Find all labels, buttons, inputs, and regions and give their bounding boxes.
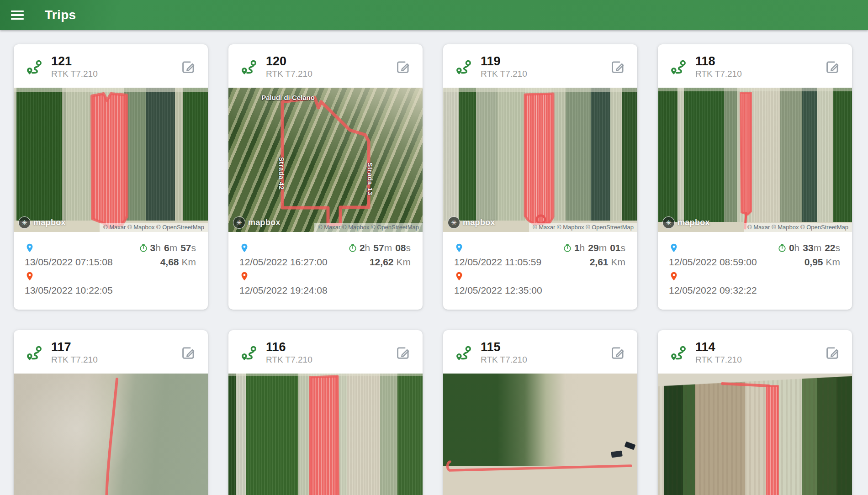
edit-trip-button[interactable] (394, 58, 412, 76)
trip-number: 121 (51, 55, 98, 68)
stopwatch-icon (562, 243, 572, 253)
trip-device: RTK T7.210 (481, 69, 527, 79)
edit-trip-button[interactable] (609, 58, 626, 76)
map-attribution[interactable]: © Maxar © Mapbox © OpenStreetMap (100, 223, 208, 232)
trip-duration: 3h 6m 57s (138, 241, 196, 255)
route-icon (239, 343, 259, 363)
mapbox-globe-icon: ✳ (448, 216, 460, 229)
trip-distance: 12,62Km (348, 255, 411, 269)
trip-card[interactable]: 117 RTK T7.210 ✳ mapbox © Maxar © Mapbox… (14, 330, 208, 495)
edit-trip-button[interactable] (609, 344, 626, 362)
edit-trip-button[interactable] (824, 58, 841, 76)
edit-trip-button[interactable] (180, 58, 197, 76)
trip-card[interactable]: 120 RTK T7.210 Paludi di Celano Strada 4… (228, 44, 423, 310)
trip-map-thumbnail: Paludi di Celano Strada 42 Strada 13 ✳ m… (228, 88, 423, 232)
edit-icon (824, 344, 841, 362)
trip-number: 119 (481, 55, 527, 68)
route-trace (14, 374, 208, 495)
edit-trip-button[interactable] (394, 344, 412, 362)
trip-duration: 2h 57m 08s (348, 241, 411, 255)
trip-distance: 4,68Km (138, 255, 196, 269)
trip-number: 118 (695, 55, 742, 68)
mapbox-logo[interactable]: ✳ mapbox (233, 216, 281, 229)
trip-stats: 13/05/2022 07:15:08 13/05/2022 10:22:05 … (14, 232, 208, 310)
route-trace (443, 374, 637, 495)
trip-card[interactable]: 115 RTK T7.210 ✳ mapbox © Maxar © Mapbox… (443, 330, 637, 495)
stopwatch-icon (348, 243, 358, 253)
trip-card[interactable]: 121 RTK T7.210 ✳ mapbox © Maxar © Mapbox… (14, 44, 208, 310)
trip-map-thumbnail: ✳ mapbox © Maxar © Mapbox © OpenStreetMa… (443, 88, 637, 232)
trip-number: 115 (481, 341, 527, 353)
route-trace (14, 88, 208, 232)
edit-icon (394, 58, 412, 76)
edit-icon (180, 58, 197, 76)
trip-stats: 12/05/2022 08:59:00 12/05/2022 09:32:22 … (658, 232, 852, 310)
hamburger-menu-icon[interactable] (8, 6, 26, 24)
end-pin-icon (239, 271, 249, 281)
route-trace (443, 88, 637, 232)
trip-map-thumbnail: ✳ mapbox © Maxar © Mapbox © OpenStreetMa… (443, 374, 637, 495)
trip-card-header: 121 RTK T7.210 (14, 44, 208, 88)
trip-duration: 1h 29m 01s (562, 241, 625, 255)
start-pin-icon (239, 243, 249, 253)
trip-card-header: 118 RTK T7.210 (658, 44, 852, 88)
map-attribution[interactable]: © Maxar © Mapbox © OpenStreetMap (744, 223, 852, 232)
route-trace (228, 88, 423, 232)
trip-card-header: 120 RTK T7.210 (228, 44, 423, 88)
trip-card[interactable]: 118 RTK T7.210 ✳ mapbox © Maxar © Mapbox… (658, 44, 852, 310)
edit-icon (824, 58, 841, 76)
start-datetime: 12/05/2022 11:05:59 (454, 255, 562, 269)
trip-card[interactable]: 119 RTK T7.210 ✳ mapbox © Maxar © Mapbox… (443, 44, 637, 310)
end-pin-icon (25, 271, 35, 281)
mapbox-logo[interactable]: ✳ mapbox (448, 216, 495, 229)
map-attribution[interactable]: © Maxar © Mapbox © OpenStreetMap (314, 223, 423, 232)
route-icon (454, 58, 473, 77)
route-trace (228, 374, 423, 495)
trip-map-thumbnail: ✳ mapbox © Maxar © Mapbox © OpenStreetMa… (14, 88, 208, 232)
edit-icon (180, 344, 197, 362)
mapbox-logo[interactable]: ✳ mapbox (662, 216, 710, 229)
end-datetime: 13/05/2022 10:22:05 (25, 283, 138, 298)
end-pin-icon (669, 271, 679, 281)
trip-device: RTK T7.210 (51, 355, 98, 365)
map-place-label: Paludi di Celano (261, 94, 315, 101)
edit-trip-button[interactable] (180, 344, 197, 362)
route-icon (669, 58, 688, 77)
map-attribution[interactable]: © Maxar © Mapbox © OpenStreetMap (529, 223, 637, 232)
trip-distance: 2,61Km (562, 255, 625, 269)
trip-stats: 12/05/2022 16:27:00 12/05/2022 19:24:08 … (228, 232, 423, 310)
start-datetime: 12/05/2022 08:59:00 (669, 255, 777, 269)
trip-card-header: 117 RTK T7.210 (14, 330, 208, 374)
trip-number: 117 (51, 341, 98, 353)
mapbox-globe-icon: ✳ (662, 216, 675, 229)
trip-map-thumbnail: ✳ mapbox © Maxar © Mapbox © OpenStreetMa… (228, 374, 423, 495)
route-icon (25, 343, 44, 363)
end-datetime: 12/05/2022 19:24:08 (239, 283, 348, 298)
trip-card[interactable]: 114 RTK T7.210 ✳ mapbox © Maxar © Mapbox… (658, 330, 852, 495)
trip-map-thumbnail: ✳ mapbox © Maxar © Mapbox © OpenStreetMa… (658, 374, 852, 495)
trip-device: RTK T7.210 (695, 355, 742, 365)
mapbox-globe-icon: ✳ (233, 216, 245, 229)
mapbox-globe-icon: ✳ (18, 216, 31, 229)
app-bar: Trips (0, 0, 868, 30)
edit-trip-button[interactable] (824, 344, 841, 362)
stopwatch-icon (138, 243, 148, 253)
trip-device: RTK T7.210 (266, 69, 312, 79)
page-title: Trips (45, 8, 76, 22)
trip-stats: 12/05/2022 11:05:59 12/05/2022 12:35:00 … (443, 232, 637, 310)
trip-device: RTK T7.210 (695, 69, 742, 79)
end-datetime: 12/05/2022 12:35:00 (454, 283, 562, 298)
trip-card[interactable]: 116 RTK T7.210 ✳ mapbox © Maxar © Mapbox… (228, 330, 423, 495)
start-pin-icon (25, 243, 35, 253)
trips-grid: 121 RTK T7.210 ✳ mapbox © Maxar © Mapbox… (0, 30, 868, 495)
trip-card-header: 114 RTK T7.210 (658, 330, 852, 374)
trip-distance: 0,95Km (777, 255, 840, 269)
mapbox-logo[interactable]: ✳ mapbox (18, 216, 66, 229)
route-icon (25, 58, 44, 77)
route-icon (239, 58, 259, 77)
edit-icon (609, 344, 626, 362)
map-road-label: Strada 42 (278, 157, 285, 190)
trip-card-header: 116 RTK T7.210 (228, 330, 423, 374)
trip-device: RTK T7.210 (481, 355, 527, 365)
route-icon (669, 343, 688, 363)
